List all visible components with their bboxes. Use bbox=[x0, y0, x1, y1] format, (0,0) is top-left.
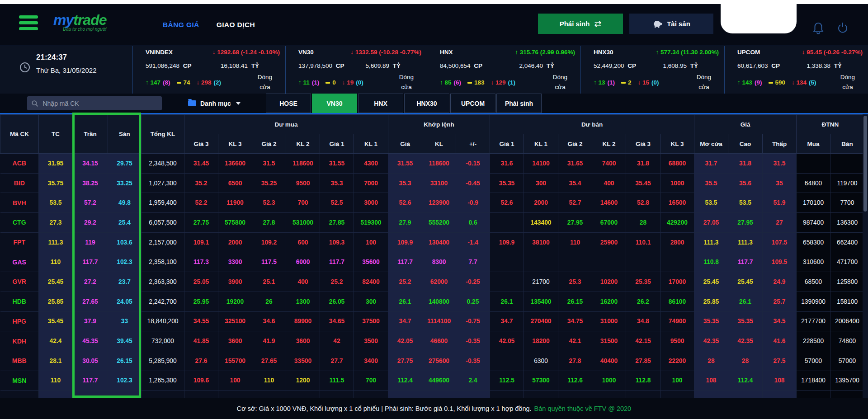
main-nav-links: BẢNG GIÁ GIAO DỊCH bbox=[163, 4, 255, 46]
cell: 41.85 bbox=[184, 331, 218, 351]
cell: 34.8 bbox=[626, 311, 660, 331]
index-panel-hnx[interactable]: HNX↑ 315.76 (2.99 0.96%)84,500,654 CP2,0… bbox=[427, 46, 580, 94]
power-icon[interactable] bbox=[836, 21, 849, 35]
tab-hnx[interactable]: HNX bbox=[358, 94, 403, 113]
cell: 400 bbox=[592, 173, 626, 193]
cell: 117.3 bbox=[184, 252, 218, 272]
cell: 4300 bbox=[354, 154, 388, 174]
price-table: Mã CKTCTrầnSànTổng KLDư muaKhớp lệnhDư b… bbox=[0, 114, 864, 398]
assets-button[interactable]: Tài sản bbox=[629, 14, 713, 34]
cell: 270400 bbox=[524, 311, 558, 331]
stock-symbol[interactable]: HPG bbox=[0, 311, 39, 331]
vertical-scrollbar[interactable] bbox=[863, 114, 868, 398]
stock-symbol[interactable]: GAS bbox=[0, 252, 39, 272]
cell: 18200 bbox=[524, 331, 558, 351]
table-row: KDH42.445.3539.45732,00041.85360041.9360… bbox=[0, 331, 864, 351]
cell: 144.9 bbox=[558, 391, 592, 398]
cell: 29.2 bbox=[73, 213, 108, 233]
stock-symbol[interactable]: FPT bbox=[0, 232, 39, 252]
swap-arrows-icon: ⇄ bbox=[594, 19, 601, 29]
app-window: mytrade Đầu tư cho mọi người BẢNG GIÁ GI… bbox=[0, 0, 868, 419]
cell: 112.4 bbox=[728, 371, 763, 391]
chevron-down-icon bbox=[236, 102, 241, 105]
search-input[interactable] bbox=[42, 99, 157, 108]
tab-phái-sinh[interactable]: Phái sinh bbox=[496, 94, 542, 113]
stock-symbol[interactable]: BVH bbox=[0, 193, 39, 213]
stock-symbol[interactable]: ACB bbox=[0, 154, 39, 174]
index-value: ↑ 315.76 (2.99 0.96%) bbox=[515, 49, 575, 56]
tab-hose[interactable]: HOSE bbox=[266, 94, 311, 113]
cell: 158100 bbox=[830, 292, 864, 311]
nav-link-trading[interactable]: GIAO DỊCH bbox=[217, 21, 255, 29]
cell: 112.6 bbox=[558, 371, 592, 391]
cell: 2.4 bbox=[456, 371, 490, 391]
cell: 57.2 bbox=[73, 193, 108, 213]
index-panel-hnx30[interactable]: HNX30↑ 577.34 (11.30 2.00%)52,449,200 CP… bbox=[580, 46, 724, 94]
cell: 25.95 bbox=[184, 292, 218, 311]
menu-icon[interactable] bbox=[19, 15, 38, 33]
brand-logo[interactable]: mytrade Đầu tư cho mọi người bbox=[53, 12, 107, 32]
cell: 1000 bbox=[592, 371, 626, 391]
cell: 117.7 bbox=[73, 371, 108, 391]
cell: 518700 bbox=[830, 391, 864, 398]
sub-header: Giá 3 bbox=[626, 134, 660, 154]
cell: 25.4 bbox=[108, 213, 142, 233]
cell: 33.25 bbox=[108, 173, 142, 193]
index-name: HNX30 bbox=[594, 49, 613, 56]
cell: 42.05 bbox=[490, 331, 524, 351]
cell: 102.3 bbox=[108, 252, 142, 272]
index-turnover: 1,608.95 TỶ bbox=[663, 62, 698, 69]
derivative-button-label: Phái sinh bbox=[560, 20, 590, 28]
index-panel-vn30[interactable]: VN30↓ 1332.59 (-10.28 -0.77%)137,978,500… bbox=[285, 46, 427, 94]
cell: 37500 bbox=[354, 311, 388, 331]
cell: 117.7 bbox=[388, 252, 422, 272]
stock-symbol[interactable]: MWG bbox=[0, 391, 39, 398]
cell: -0.8 bbox=[456, 391, 490, 398]
index-name: VN30 bbox=[298, 49, 314, 56]
stock-symbol[interactable]: MSN bbox=[0, 371, 39, 391]
cell: 7700 bbox=[830, 193, 864, 213]
stock-symbol[interactable]: GVR bbox=[0, 272, 39, 292]
tab-upcom[interactable]: UPCOM bbox=[450, 94, 495, 113]
cell: 27.85 bbox=[320, 213, 354, 233]
stock-symbol[interactable]: MBB bbox=[0, 351, 39, 371]
cell: 34.6 bbox=[252, 311, 286, 331]
cell: 86100 bbox=[660, 292, 694, 311]
tab-vn30[interactable]: VN30 bbox=[312, 94, 357, 113]
tab-hnx30[interactable]: HNX30 bbox=[404, 94, 449, 113]
cell: 110 bbox=[39, 252, 73, 272]
cell: 2,358,100 bbox=[142, 252, 184, 272]
stock-symbol[interactable]: CTG bbox=[0, 213, 39, 233]
cell: 300 bbox=[524, 173, 558, 193]
cell: 42.15 bbox=[626, 331, 660, 351]
cell: 130400 bbox=[422, 232, 456, 252]
stock-symbol[interactable]: HDB bbox=[0, 292, 39, 311]
cell: -0.9 bbox=[456, 193, 490, 213]
derivative-button[interactable]: Phái sinh ⇄ bbox=[538, 14, 623, 34]
cell: 33 bbox=[108, 311, 142, 331]
cell: 25.45 bbox=[39, 272, 73, 292]
search-box[interactable] bbox=[27, 96, 162, 110]
cell: 111.5 bbox=[320, 371, 354, 391]
scrollbar-thumb[interactable] bbox=[863, 116, 867, 212]
index-volume: 60,617,603 CP bbox=[737, 62, 780, 69]
cell: 27.8 bbox=[558, 351, 592, 371]
cell: 275600 bbox=[422, 351, 456, 371]
index-panel-upcom[interactable]: UPCOM↓ 95.45 (-0.26 -0.27%)60,617,603 CP… bbox=[724, 46, 868, 94]
stock-symbol[interactable]: KDH bbox=[0, 331, 39, 351]
cell: 7.7 bbox=[456, 252, 490, 272]
watchlist-dropdown[interactable]: Danh mục bbox=[188, 96, 241, 110]
bell-icon[interactable] bbox=[812, 21, 825, 35]
market-breadth: ↑ 147(8)74↓ 298(2) bbox=[146, 79, 221, 86]
sub-header: KL bbox=[422, 134, 456, 154]
index-panel-vnindex[interactable]: VNINDEX↓ 1292.68 (-1.24 -0.10%)591,086,2… bbox=[132, 46, 285, 94]
cell: 35.45 bbox=[626, 173, 660, 193]
nav-link-price-board[interactable]: BẢNG GIÁ bbox=[163, 21, 199, 29]
cell: 25.1 bbox=[252, 272, 286, 292]
stock-symbol[interactable]: BID bbox=[0, 173, 39, 193]
cell: 25.45 bbox=[694, 272, 728, 292]
table-row: HDB25.8527.6524.052,242,70025.9519200261… bbox=[0, 292, 864, 311]
cell: 57300 bbox=[524, 371, 558, 391]
current-time: 21:24:37 bbox=[36, 53, 67, 62]
cell: 53.5 bbox=[694, 193, 728, 213]
